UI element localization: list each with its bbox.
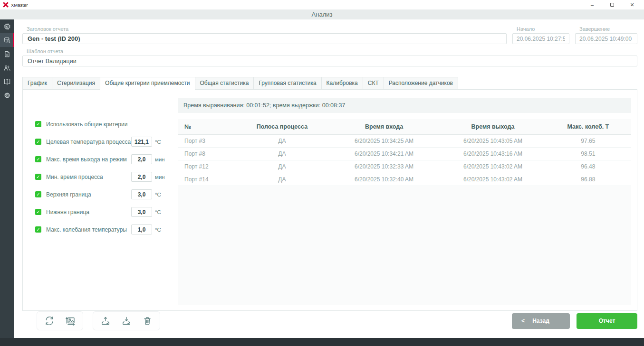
back-button-label: Назад xyxy=(532,318,549,324)
criteria-value-input[interactable] xyxy=(131,172,152,182)
criteria-value-input[interactable] xyxy=(131,154,152,164)
checkbox[interactable] xyxy=(35,139,41,145)
table-row[interactable]: Порт #3 ДА 6/20/2025 10:34:25 AM 6/20/20… xyxy=(178,135,631,148)
end-time-input[interactable] xyxy=(575,33,637,44)
criteria-value-input[interactable] xyxy=(131,224,152,234)
tab[interactable]: Стерилизация xyxy=(52,77,100,90)
page-title: Анализ xyxy=(0,9,644,19)
criteria-label: Верхняя граница xyxy=(46,191,91,198)
criteria-row: Макс. колебания температуры °C xyxy=(35,221,166,238)
tab[interactable]: Общие критерии приемлемости xyxy=(100,77,195,90)
report-button[interactable]: Отчет xyxy=(577,313,637,329)
start-time-input[interactable] xyxy=(512,33,569,44)
table-row[interactable]: Порт #8 ДА 6/20/2025 10:34:21 AM 6/20/20… xyxy=(178,148,631,160)
download-icon xyxy=(121,315,132,327)
checkbox[interactable] xyxy=(35,226,41,233)
report-title-label: Заголовок отчета xyxy=(27,26,507,32)
column-header: Макс. колеб. Т xyxy=(545,119,631,135)
tab[interactable]: Групповая статистика xyxy=(253,77,321,90)
footer-bar: < Назад Отчет xyxy=(37,311,637,330)
upload-button[interactable] xyxy=(99,314,112,327)
checkbox[interactable] xyxy=(35,174,41,180)
app-logo: XMaster xyxy=(2,2,28,8)
settings-icon xyxy=(3,91,11,100)
x-logo-icon xyxy=(3,2,9,8)
results-table-container: №Полоса процессаВремя входаВремя выходаМ… xyxy=(178,119,631,305)
criteria-value-input[interactable] xyxy=(131,207,152,217)
criteria-unit: °C xyxy=(155,139,166,145)
column-header: Время выхода xyxy=(441,119,545,135)
checkbox[interactable] xyxy=(35,209,41,215)
cell-max-fluctuation: 96.88 xyxy=(545,173,631,186)
cell-band: ДА xyxy=(237,135,327,148)
criteria-row: Нижняя граница °C xyxy=(35,203,166,221)
column-header: Полоса процесса xyxy=(237,119,327,135)
sidebar-item-data-analysis[interactable] xyxy=(0,33,14,47)
cell-time-out: 6/20/2025 10:43:02 AM xyxy=(441,173,545,186)
tab[interactable]: СКТ xyxy=(363,77,384,90)
data-search-icon xyxy=(3,36,11,45)
export-image-icon xyxy=(65,315,76,327)
back-button[interactable]: < Назад xyxy=(512,313,570,329)
sidebar-item-settings[interactable] xyxy=(0,88,14,102)
criteria-value-group: °C xyxy=(131,224,166,234)
criteria-label: Мин. время процесса xyxy=(46,174,103,180)
cell-port: Порт #14 xyxy=(178,173,237,186)
tab[interactable]: Расположение датчиков xyxy=(384,77,458,90)
end-time-label: Завершение xyxy=(579,26,637,32)
refresh-button[interactable] xyxy=(43,314,56,327)
criteria-unit: мин xyxy=(155,174,166,180)
checkbox[interactable] xyxy=(35,191,41,197)
cell-time-out: 6/20/2025 10:43:02 AM xyxy=(441,160,545,173)
criteria-value-input[interactable] xyxy=(131,189,152,199)
sidebar-item-chip[interactable] xyxy=(0,19,14,33)
report-icon xyxy=(3,50,11,58)
table-header-row: №Полоса процессаВремя входаВремя выходаМ… xyxy=(178,119,631,135)
criteria-value-group: мин xyxy=(131,172,166,182)
criteria-label: Целевая температура процесса xyxy=(46,139,131,145)
checkbox[interactable] xyxy=(35,156,41,162)
results-area: Время выравнивания: 00:01:52; время выде… xyxy=(174,90,637,310)
report-template-input[interactable] xyxy=(22,56,637,66)
sidebar-item-report[interactable] xyxy=(0,47,14,61)
cell-max-fluctuation: 97.65 xyxy=(545,135,631,148)
report-template-label: Шаблон отчета xyxy=(27,48,637,54)
table-row[interactable]: Порт #12 ДА 6/20/2025 10:32:33 AM 6/20/2… xyxy=(178,160,631,173)
export-image-button[interactable] xyxy=(64,314,77,327)
cell-port: Порт #3 xyxy=(178,135,237,148)
back-arrow-icon: < xyxy=(521,318,525,324)
close-icon[interactable]: ✕ xyxy=(622,0,642,9)
criteria-row: Верхняя граница °C xyxy=(35,186,166,203)
cell-time-out: 6/20/2025 10:43:16 AM xyxy=(441,148,545,160)
cell-max-fluctuation: 98.51 xyxy=(545,148,631,160)
cell-band: ДА xyxy=(237,148,327,160)
sidebar-item-library[interactable] xyxy=(0,75,14,88)
report-title-input[interactable] xyxy=(22,33,507,44)
cell-band: ДА xyxy=(237,173,327,186)
download-button[interactable] xyxy=(120,314,133,327)
minimize-icon[interactable]: – xyxy=(582,0,602,9)
tab[interactable]: График xyxy=(22,77,52,90)
app-window: XMaster – ✕ Анализ xyxy=(0,0,644,346)
report-button-label: Отчет xyxy=(599,318,615,324)
sidebar-item-users[interactable] xyxy=(0,61,14,75)
criteria-row: Использовать общие критерии xyxy=(35,115,166,133)
criteria-value-group: мин xyxy=(131,154,166,164)
results-table: №Полоса процессаВремя входаВремя выходаМ… xyxy=(178,119,631,186)
tab-bar: ГрафикСтерилизацияОбщие критерии приемле… xyxy=(22,77,637,90)
criteria-row: Мин. время процесса мин xyxy=(35,168,166,186)
cell-time-in: 6/20/2025 10:32:40 AM xyxy=(327,173,441,186)
main-content: Заголовок отчета Начало Завершение Шабло… xyxy=(14,19,644,338)
criteria-value-input[interactable] xyxy=(131,137,152,147)
cell-band: ДА xyxy=(237,160,327,173)
restore-icon[interactable] xyxy=(602,0,622,9)
tab[interactable]: Калибровка xyxy=(321,77,363,90)
criteria-label: Нижняя граница xyxy=(46,209,89,215)
table-row[interactable]: Порт #14 ДА 6/20/2025 10:32:40 AM 6/20/2… xyxy=(178,173,631,186)
criteria-list: Использовать общие критерии Целевая темп… xyxy=(23,90,174,310)
column-header: Время входа xyxy=(327,119,441,135)
checkbox[interactable] xyxy=(35,121,41,127)
window-controls: – ✕ xyxy=(582,0,642,9)
tab[interactable]: Общая статистика xyxy=(195,77,254,90)
delete-button[interactable] xyxy=(141,314,154,327)
